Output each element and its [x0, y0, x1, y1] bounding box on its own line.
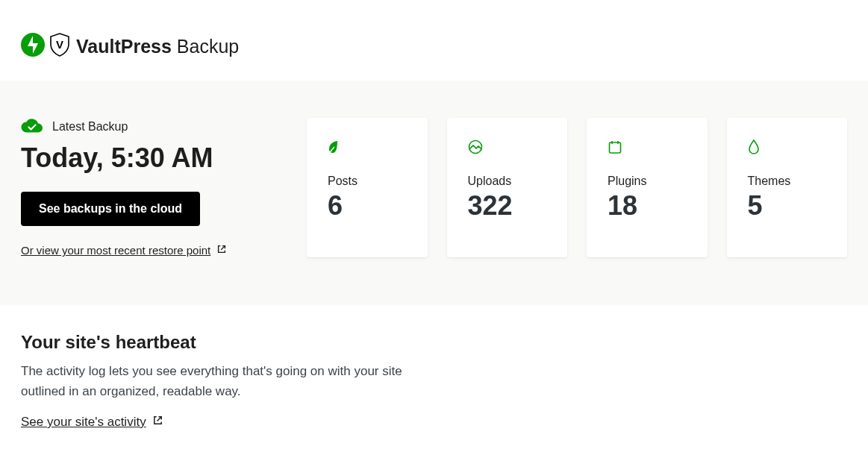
shield-icon: V [49, 33, 70, 60]
stat-card-plugins: Plugins 18 [587, 118, 708, 257]
brand-logo: V [21, 33, 70, 60]
cloud-check-icon [21, 118, 43, 136]
see-backups-button[interactable]: See backups in the cloud [21, 192, 200, 226]
latest-backup-label: Latest Backup [52, 120, 128, 134]
heartbeat-section: Your site's heartbeat The activity log l… [0, 305, 868, 451]
heartbeat-description: The activity log lets you see everything… [21, 362, 424, 401]
stat-value: 6 [328, 191, 407, 221]
restore-point-link[interactable]: Or view your most recent restore point [21, 244, 227, 257]
backup-info: Latest Backup Today, 5:30 AM See backups… [21, 118, 286, 257]
stat-card-posts: Posts 6 [307, 118, 428, 257]
backup-summary-section: Latest Backup Today, 5:30 AM See backups… [0, 81, 868, 305]
stat-value: 322 [468, 191, 547, 221]
stat-card-themes: Themes 5 [727, 118, 848, 257]
stat-label: Uploads [468, 175, 547, 188]
stat-label: Themes [748, 175, 827, 188]
svg-rect-5 [610, 142, 621, 153]
leaf-icon [328, 139, 407, 155]
stat-value: 18 [608, 191, 687, 221]
activity-link[interactable]: See your site's activity [21, 415, 163, 430]
heartbeat-title: Your site's heartbeat [21, 332, 847, 353]
page-title: VaultPress Backup [76, 36, 239, 57]
stat-label: Posts [328, 175, 407, 188]
stat-card-uploads: Uploads 322 [447, 118, 568, 257]
activity-link-text: See your site's activity [21, 415, 146, 430]
stat-label: Plugins [608, 175, 687, 188]
backup-timestamp: Today, 5:30 AM [21, 142, 286, 174]
page-header: V VaultPress Backup [0, 0, 868, 81]
external-link-icon [152, 415, 163, 430]
restore-point-link-text: Or view your most recent restore point [21, 244, 210, 257]
external-link-icon [216, 244, 227, 257]
svg-text:V: V [56, 38, 63, 51]
image-icon [468, 139, 547, 155]
jetpack-icon [21, 33, 45, 60]
drop-icon [748, 139, 827, 155]
calendar-icon [608, 139, 687, 155]
stat-value: 5 [748, 191, 827, 221]
stats-grid: Posts 6 Uploads 322 Plugins 18 Themes 5 [307, 118, 847, 257]
